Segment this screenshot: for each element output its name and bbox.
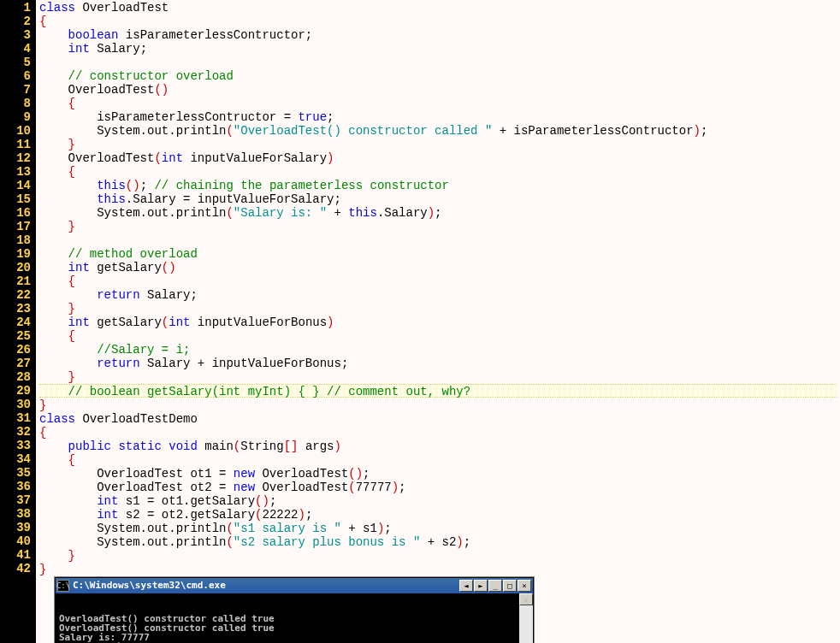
line-number: 25: [3, 329, 31, 343]
line-number: 24: [3, 316, 31, 329]
code-line[interactable]: }: [39, 302, 837, 316]
code-line[interactable]: System.out.println("s2 salary plus bonus…: [39, 535, 837, 549]
code-line[interactable]: // method overload: [39, 247, 837, 261]
line-number: 35: [3, 466, 31, 480]
line-number: 32: [3, 425, 31, 439]
line-number: 2: [3, 15, 31, 28]
code-line[interactable]: this.Salary = inputValueForSalary;: [39, 192, 837, 206]
code-line[interactable]: }: [39, 370, 837, 384]
code-line[interactable]: {: [39, 165, 837, 179]
code-line[interactable]: class OverloadTestDemo: [39, 412, 837, 426]
line-number: 26: [3, 343, 31, 357]
code-line[interactable]: // constructor overload: [39, 69, 837, 83]
console-titlebar[interactable]: C:\ C:\Windows\system32\cmd.exe ◄ ► _ □ …: [56, 578, 533, 593]
line-number: 22: [3, 288, 31, 302]
code-line[interactable]: {: [39, 453, 837, 467]
console-window: C:\ C:\Windows\system32\cmd.exe ◄ ► _ □ …: [55, 577, 534, 643]
code-line[interactable]: int Salary;: [39, 42, 837, 56]
console-icon: C:\: [57, 580, 69, 592]
line-number: 21: [3, 274, 31, 288]
code-line[interactable]: public static void main(String[] args): [39, 439, 837, 453]
line-number: 30: [3, 398, 31, 411]
line-number: 40: [3, 534, 31, 548]
code-line[interactable]: int s2 = ot2.getSalary(22222);: [39, 508, 837, 522]
code-line[interactable]: }: [39, 398, 837, 412]
close-button[interactable]: ×: [518, 580, 531, 592]
line-number: 34: [3, 452, 31, 466]
code-line[interactable]: {: [39, 274, 837, 288]
window-button-group: ◄ ► _ □ ×: [459, 580, 531, 592]
code-line[interactable]: isParameterlessContructor = true;: [39, 110, 837, 124]
scroll-right-button[interactable]: ►: [474, 580, 488, 592]
code-line[interactable]: boolean isParameterlessContructor;: [39, 28, 837, 42]
code-area[interactable]: class OverloadTest{ boolean isParameterl…: [36, 0, 840, 643]
line-number: 20: [3, 261, 31, 274]
code-line[interactable]: this(); // chaining the parameterless co…: [39, 179, 837, 192]
line-number: 4: [3, 42, 31, 56]
console-scrollbar[interactable]: ▲ ▼: [519, 593, 533, 643]
line-number: 7: [3, 83, 31, 97]
code-line[interactable]: [39, 233, 837, 247]
line-number: 14: [3, 179, 31, 192]
line-number: 29: [3, 384, 31, 398]
code-line[interactable]: int getSalary(): [39, 261, 837, 274]
line-number: 23: [3, 302, 31, 316]
line-number: 9: [3, 110, 31, 124]
code-line[interactable]: }: [39, 549, 837, 563]
line-number: 11: [3, 138, 31, 151]
line-number: 10: [3, 124, 31, 138]
line-number: 6: [3, 69, 31, 83]
scroll-track[interactable]: [519, 605, 533, 643]
code-line[interactable]: //Salary = i;: [39, 343, 837, 357]
line-number: 13: [3, 165, 31, 179]
code-line[interactable]: System.out.println("Salary is: " + this.…: [39, 206, 837, 220]
code-line[interactable]: // boolean getSalary(int myInt) { } // c…: [39, 384, 837, 398]
line-number: 5: [3, 56, 31, 69]
code-line[interactable]: int s1 = ot1.getSalary();: [39, 494, 837, 508]
code-line[interactable]: OverloadTest ot1 = new OverloadTest();: [39, 467, 837, 481]
console-title-text: C:\Windows\system32\cmd.exe: [73, 579, 459, 593]
line-number: 19: [3, 247, 31, 261]
code-line[interactable]: {: [39, 97, 837, 110]
scroll-up-button[interactable]: ▲: [519, 593, 533, 605]
code-line[interactable]: OverloadTest ot2 = new OverloadTest(7777…: [39, 481, 837, 494]
line-number: 39: [3, 521, 31, 534]
code-line[interactable]: }: [39, 138, 837, 151]
code-line[interactable]: {: [39, 426, 837, 439]
line-number: 16: [3, 206, 31, 220]
code-line[interactable]: [39, 56, 837, 69]
console-output[interactable]: OverloadTest() constructor called trueOv…: [56, 593, 533, 643]
line-number: 27: [3, 357, 31, 370]
line-number: 42: [3, 562, 31, 575]
code-line[interactable]: }: [39, 563, 837, 576]
line-number: 3: [3, 28, 31, 42]
line-number: 41: [3, 548, 31, 562]
line-number: 12: [3, 151, 31, 165]
line-number: 31: [3, 411, 31, 425]
code-line[interactable]: {: [39, 15, 837, 28]
code-line[interactable]: class OverloadTest: [39, 1, 837, 15]
line-number: 18: [3, 233, 31, 247]
scroll-left-button[interactable]: ◄: [459, 580, 473, 592]
code-line[interactable]: }: [39, 220, 837, 233]
line-number: 28: [3, 370, 31, 384]
code-line[interactable]: return Salary + inputValueForBonus;: [39, 357, 837, 370]
line-number: 17: [3, 220, 31, 233]
code-line[interactable]: System.out.println("s1 salary is " + s1)…: [39, 522, 837, 535]
line-number: 8: [3, 97, 31, 110]
code-line[interactable]: return Salary;: [39, 288, 837, 302]
line-number: 33: [3, 439, 31, 452]
line-number: 38: [3, 507, 31, 521]
line-number: 37: [3, 493, 31, 507]
line-number: 1: [3, 1, 31, 15]
code-line[interactable]: OverloadTest(int inputValueForSalary): [39, 151, 837, 165]
code-line[interactable]: System.out.println("OverloadTest() const…: [39, 124, 837, 138]
code-line[interactable]: OverloadTest(): [39, 83, 837, 97]
minimize-button[interactable]: _: [488, 580, 502, 592]
maximize-button[interactable]: □: [503, 580, 517, 592]
line-number: 15: [3, 192, 31, 206]
line-number: 36: [3, 480, 31, 493]
code-line[interactable]: int getSalary(int inputValueForBonus): [39, 316, 837, 329]
code-line[interactable]: {: [39, 329, 837, 343]
line-number-gutter: 1234567891011121314151617181920212223242…: [0, 0, 36, 643]
